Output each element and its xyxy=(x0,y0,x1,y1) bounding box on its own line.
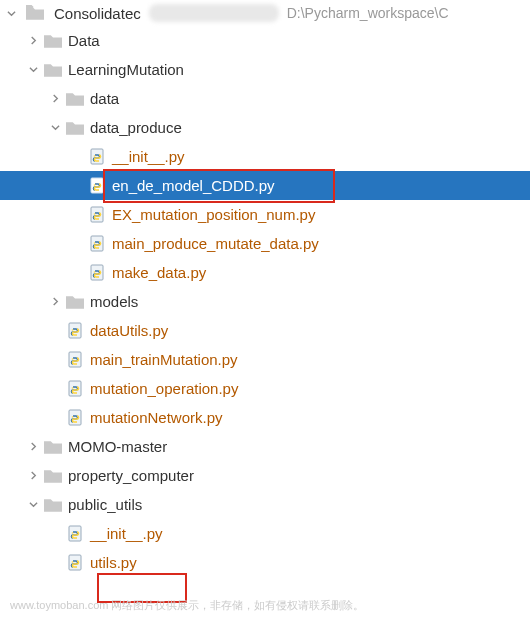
folder-icon xyxy=(44,438,62,456)
file-mutation-op[interactable]: mutation_operation.py xyxy=(0,374,530,403)
svg-point-9 xyxy=(94,271,96,273)
svg-point-19 xyxy=(72,532,74,534)
svg-point-1 xyxy=(94,155,96,157)
svg-point-5 xyxy=(94,213,96,215)
chevron-right-icon[interactable] xyxy=(26,36,40,45)
python-file-icon xyxy=(88,177,106,195)
folder-models[interactable]: models xyxy=(0,287,530,316)
folder-momo[interactable]: MOMO-master xyxy=(0,432,530,461)
python-file-icon xyxy=(66,322,84,340)
file-main-produce[interactable]: main_produce_mutate_data.py xyxy=(0,229,530,258)
tree-item-label: mutation_operation.py xyxy=(90,380,238,397)
chevron-right-icon[interactable] xyxy=(48,297,62,306)
svg-point-15 xyxy=(72,387,74,389)
chevron-right-icon[interactable] xyxy=(48,94,62,103)
tree-item-label: en_de_model_CDDD.py xyxy=(112,177,275,194)
folder-icon xyxy=(26,4,44,22)
python-file-icon xyxy=(66,380,84,398)
svg-point-13 xyxy=(72,358,74,360)
svg-point-11 xyxy=(72,329,74,331)
folder-data[interactable]: Data xyxy=(0,26,530,55)
tree-item-label: LearningMutation xyxy=(68,61,184,78)
chevron-right-icon[interactable] xyxy=(26,442,40,451)
tree-item-label: utils.py xyxy=(90,554,137,571)
project-tree[interactable]: DataLearningMutationdatadata_produce__in… xyxy=(0,26,530,577)
file-mutation-net[interactable]: mutationNetwork.py xyxy=(0,403,530,432)
file-utils[interactable]: utils.py xyxy=(0,548,530,577)
tree-item-label: mutationNetwork.py xyxy=(90,409,223,426)
folder-learning-mutation[interactable]: LearningMutation xyxy=(0,55,530,84)
tree-item-label: data_produce xyxy=(90,119,182,136)
file-en-de-model[interactable]: en_de_model_CDDD.py xyxy=(0,171,530,200)
blurred-region xyxy=(149,4,279,22)
tree-item-label: main_trainMutation.py xyxy=(90,351,238,368)
python-file-icon xyxy=(88,235,106,253)
tree-item-label: models xyxy=(90,293,138,310)
file-init[interactable]: __init__.py xyxy=(0,142,530,171)
folder-icon xyxy=(66,119,84,137)
tree-item-label: __init__.py xyxy=(90,525,163,542)
svg-point-21 xyxy=(72,561,74,563)
project-root-header[interactable]: Consolidatec D:\Pycharm_workspace\C xyxy=(0,0,530,26)
folder-icon xyxy=(44,61,62,79)
tree-item-label: __init__.py xyxy=(112,148,185,165)
tree-item-label: Data xyxy=(68,32,100,49)
tree-item-label: EX_mutation_position_num.py xyxy=(112,206,315,223)
folder-icon xyxy=(44,32,62,50)
tree-item-label: make_data.py xyxy=(112,264,206,281)
tree-item-label: property_computer xyxy=(68,467,194,484)
folder-icon xyxy=(44,496,62,514)
folder-data-produce[interactable]: data_produce xyxy=(0,113,530,142)
python-file-icon xyxy=(66,525,84,543)
python-file-icon xyxy=(66,409,84,427)
python-file-icon xyxy=(66,554,84,572)
tree-item-label: main_produce_mutate_data.py xyxy=(112,235,319,252)
folder-icon xyxy=(66,90,84,108)
chevron-down-icon[interactable] xyxy=(48,123,62,132)
python-file-icon xyxy=(88,148,106,166)
tree-item-label: data xyxy=(90,90,119,107)
watermark-text: www.toymoban.com 网络图片仅供展示，非存储，如有侵权请联系删除。 xyxy=(10,598,520,613)
chevron-down-icon[interactable] xyxy=(4,9,18,18)
file-data-utils[interactable]: dataUtils.py xyxy=(0,316,530,345)
chevron-down-icon[interactable] xyxy=(26,500,40,509)
tree-item-label: MOMO-master xyxy=(68,438,167,455)
python-file-icon xyxy=(66,351,84,369)
file-main-train[interactable]: main_trainMutation.py xyxy=(0,345,530,374)
root-path: D:\Pycharm_workspace\C xyxy=(287,5,449,21)
svg-point-7 xyxy=(94,242,96,244)
file-pu-init[interactable]: __init__.py xyxy=(0,519,530,548)
folder-lm-data[interactable]: data xyxy=(0,84,530,113)
folder-icon xyxy=(66,293,84,311)
root-name: Consolidatec xyxy=(54,5,141,22)
python-file-icon xyxy=(88,264,106,282)
tree-item-label: dataUtils.py xyxy=(90,322,168,339)
folder-property-computer[interactable]: property_computer xyxy=(0,461,530,490)
chevron-down-icon[interactable] xyxy=(26,65,40,74)
chevron-right-icon[interactable] xyxy=(26,471,40,480)
folder-icon xyxy=(44,467,62,485)
svg-point-3 xyxy=(94,184,96,186)
tree-item-label: public_utils xyxy=(68,496,142,513)
python-file-icon xyxy=(88,206,106,224)
file-make-data[interactable]: make_data.py xyxy=(0,258,530,287)
file-ex-mutation[interactable]: EX_mutation_position_num.py xyxy=(0,200,530,229)
folder-public-utils[interactable]: public_utils xyxy=(0,490,530,519)
svg-point-17 xyxy=(72,416,74,418)
